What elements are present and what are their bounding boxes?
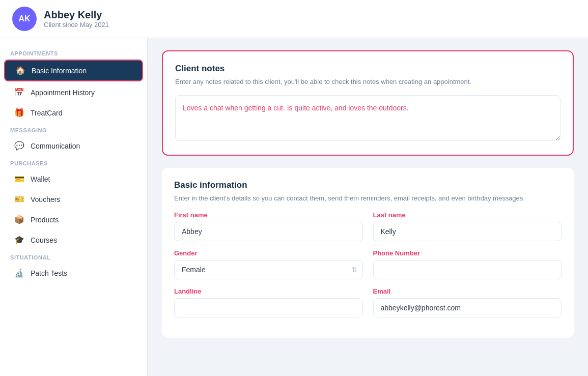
- body: Appointments🏠Basic Information📅Appointme…: [0, 38, 588, 376]
- sidebar: Appointments🏠Basic Information📅Appointme…: [0, 38, 148, 376]
- sidebar-item-basic-information[interactable]: 🏠Basic Information: [4, 60, 143, 81]
- gender-group: Gender Female Male Non-binary Prefer not…: [174, 249, 363, 279]
- sidebar-section-label: Situational: [0, 250, 147, 263]
- first-name-label: First name: [174, 211, 363, 219]
- first-name-group: First name: [174, 211, 363, 241]
- client-since: Client since May 2021: [44, 21, 109, 28]
- last-name-input[interactable]: [373, 222, 562, 241]
- basic-information-icon: 🏠: [15, 66, 25, 75]
- sidebar-section-label: Appointments: [0, 46, 147, 59]
- patch-tests-icon: 🔬: [14, 268, 24, 278]
- sidebar-item-label-patch-tests: Patch Tests: [31, 269, 67, 277]
- main-content: Client notes Enter any notes related to …: [148, 38, 588, 376]
- sidebar-item-label-basic-information: Basic Information: [32, 67, 87, 75]
- vouchers-icon: 🎫: [14, 194, 24, 204]
- sidebar-item-treatcard[interactable]: 🎁TreatCard: [4, 103, 143, 123]
- app-container: AK Abbey Kelly Client since May 2021 App…: [0, 0, 588, 376]
- sidebar-item-label-wallet: Wallet: [31, 175, 50, 183]
- sidebar-item-label-products: Products: [31, 216, 59, 224]
- wallet-icon: 💳: [14, 174, 24, 184]
- name-row: First name Last name: [174, 211, 562, 241]
- landline-group: Landline: [174, 287, 363, 317]
- sidebar-item-vouchers[interactable]: 🎫Vouchers: [4, 189, 143, 209]
- basic-information-card: Basic information Enter in the client's …: [162, 168, 574, 338]
- appointment-history-icon: 📅: [14, 88, 24, 97]
- sidebar-item-label-treatcard: TreatCard: [31, 109, 63, 117]
- phone-group: Phone Number: [373, 249, 562, 279]
- client-notes-description: Enter any notes related to this client, …: [175, 77, 561, 87]
- sidebar-item-patch-tests[interactable]: 🔬Patch Tests: [4, 263, 143, 283]
- sidebar-item-wallet[interactable]: 💳Wallet: [4, 169, 143, 189]
- sidebar-item-label-vouchers: Vouchers: [31, 195, 60, 204]
- sidebar-item-products[interactable]: 📦Products: [4, 210, 143, 229]
- landline-email-row: Landline Email: [174, 287, 562, 317]
- client-notes-title: Client notes: [175, 64, 561, 74]
- basic-information-title: Basic information: [174, 180, 562, 190]
- phone-input[interactable]: [373, 260, 562, 279]
- client-notes-textarea[interactable]: [175, 95, 561, 141]
- client-name: Abbey Kelly: [44, 9, 109, 21]
- header: AK Abbey Kelly Client since May 2021: [0, 0, 588, 38]
- products-icon: 📦: [14, 215, 24, 224]
- email-label: Email: [373, 287, 562, 295]
- treatcard-icon: 🎁: [14, 108, 24, 118]
- client-notes-card: Client notes Enter any notes related to …: [162, 50, 574, 156]
- sidebar-item-label-appointment-history: Appointment History: [31, 89, 95, 97]
- communication-icon: 💬: [14, 141, 24, 151]
- gender-select-wrapper: Female Male Non-binary Prefer not to say: [174, 260, 363, 279]
- header-info: Abbey Kelly Client since May 2021: [44, 9, 109, 28]
- email-group: Email: [373, 287, 562, 317]
- avatar: AK: [12, 7, 37, 31]
- sidebar-item-communication[interactable]: 💬Communication: [4, 136, 143, 156]
- landline-input[interactable]: [174, 298, 363, 317]
- courses-icon: 🎓: [14, 235, 24, 245]
- landline-label: Landline: [174, 287, 363, 295]
- sidebar-section-label: Purchases: [0, 156, 147, 168]
- gender-phone-row: Gender Female Male Non-binary Prefer not…: [174, 249, 562, 279]
- sidebar-section-label: Messaging: [0, 123, 147, 135]
- last-name-label: Last name: [373, 211, 562, 219]
- sidebar-item-label-communication: Communication: [31, 142, 80, 150]
- sidebar-item-label-courses: Courses: [31, 236, 57, 244]
- email-input[interactable]: [373, 298, 562, 317]
- sidebar-item-appointment-history[interactable]: 📅Appointment History: [4, 82, 143, 102]
- gender-label: Gender: [174, 249, 363, 257]
- basic-information-description: Enter in the client's details so you can…: [174, 193, 562, 204]
- gender-select[interactable]: Female Male Non-binary Prefer not to say: [174, 260, 363, 279]
- first-name-input[interactable]: [174, 222, 363, 241]
- sidebar-item-courses[interactable]: 🎓Courses: [4, 230, 143, 250]
- phone-label: Phone Number: [373, 249, 562, 257]
- last-name-group: Last name: [373, 211, 562, 241]
